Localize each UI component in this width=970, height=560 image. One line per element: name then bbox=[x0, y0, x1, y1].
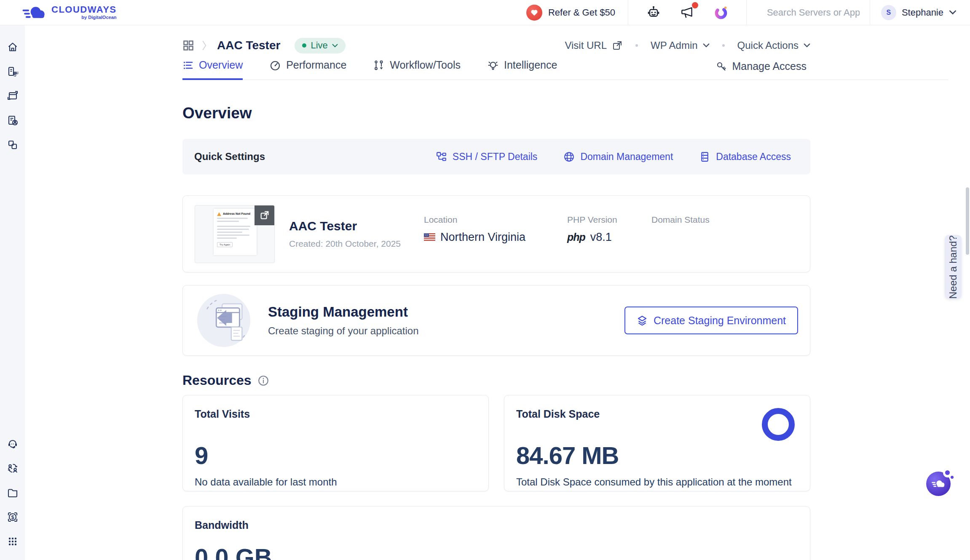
open-app-button[interactable] bbox=[255, 205, 274, 225]
main-content: AAC Tester Live Visit URL WP Admin bbox=[182, 25, 948, 560]
skeleton-line bbox=[217, 218, 248, 219]
create-staging-button[interactable]: Create Staging Environment bbox=[624, 307, 798, 334]
quick-actions-label: Quick Actions bbox=[737, 40, 799, 51]
skeleton-line bbox=[217, 229, 249, 230]
database-access-link[interactable]: Database Access bbox=[699, 151, 791, 163]
app-name: AAC Tester bbox=[217, 39, 280, 52]
tab-bar: Overview Performance Workflow/Tools Inte… bbox=[182, 59, 948, 80]
quick-settings-links: SSH / SFTP Details Domain Management Dat… bbox=[436, 151, 791, 163]
cloudways-dashboard: CLOUDWAYS by DigitalOcean Refer & Get $5… bbox=[0, 0, 970, 560]
announcements-icon[interactable] bbox=[680, 5, 695, 20]
info-icon[interactable] bbox=[257, 375, 269, 387]
domain-status-label: Domain Status bbox=[651, 215, 798, 225]
dot-separator bbox=[722, 44, 725, 47]
total-visits-caption: No data available for last month bbox=[195, 476, 477, 488]
top-bar-right: Refer & Get $50 bbox=[514, 0, 970, 25]
app-created-date: Created: 20th October, 2025 bbox=[289, 239, 424, 249]
need-a-hand-label: Need a hand? bbox=[947, 235, 959, 299]
app-card-name: AAC Tester bbox=[289, 219, 424, 233]
quick-settings-label: Quick Settings bbox=[194, 151, 265, 163]
scrollbar-thumb[interactable] bbox=[966, 187, 969, 255]
cloudways-cloud-icon bbox=[931, 478, 946, 489]
ssh-sftp-details-label: SSH / SFTP Details bbox=[453, 151, 538, 163]
sidebar-billing-icon[interactable]: $ bbox=[7, 511, 19, 523]
domain-management-link[interactable]: Domain Management bbox=[563, 151, 673, 163]
tab-overview[interactable]: Overview bbox=[182, 59, 243, 80]
apps-grid-icon[interactable] bbox=[182, 40, 194, 51]
bot-assistant-icon[interactable] bbox=[646, 5, 661, 20]
ssh-sftp-details-link[interactable]: SSH / SFTP Details bbox=[436, 151, 538, 163]
ssh-terminal-icon bbox=[436, 151, 447, 163]
sidebar-applications-icon[interactable] bbox=[7, 90, 19, 102]
search-bar[interactable] bbox=[747, 7, 870, 19]
heart-icon bbox=[526, 5, 542, 21]
chevron-down-icon bbox=[949, 10, 957, 15]
quick-actions-dropdown[interactable]: Quick Actions bbox=[737, 40, 810, 51]
chat-widget-button[interactable] bbox=[926, 468, 957, 499]
domain-management-label: Domain Management bbox=[580, 151, 673, 163]
chevron-down-icon bbox=[804, 43, 810, 48]
skeleton-line bbox=[217, 237, 237, 239]
ai-copilot-icon[interactable] bbox=[713, 5, 729, 20]
sidebar-home-icon[interactable] bbox=[7, 41, 19, 53]
thumbnail-error-page: Address Not Found Try Again bbox=[214, 209, 257, 255]
tab-intelligence-label: Intelligence bbox=[504, 59, 557, 71]
list-icon bbox=[182, 60, 193, 71]
tab-performance[interactable]: Performance bbox=[270, 59, 346, 80]
database-icon bbox=[699, 151, 710, 163]
brand-name: CLOUDWAYS bbox=[51, 5, 116, 14]
warning-icon bbox=[217, 212, 221, 216]
cloudways-cloud-icon bbox=[21, 3, 47, 22]
disk-usage-donut bbox=[762, 408, 795, 441]
sidebar-projects-folder-icon[interactable] bbox=[7, 487, 19, 499]
search-input[interactable] bbox=[767, 7, 860, 18]
location-column: Location Northern Virginia bbox=[424, 215, 567, 253]
total-disk-space-caption: Total Disk Space consumed by this applic… bbox=[516, 476, 798, 488]
avatar: S bbox=[881, 5, 896, 20]
header-icons bbox=[628, 5, 746, 20]
live-status-dot bbox=[302, 43, 306, 48]
lightbulb-icon bbox=[488, 60, 498, 71]
skeleton-line bbox=[217, 226, 250, 227]
thumbnail-title: Address Not Found bbox=[223, 212, 250, 216]
bandwidth-card: Bandwidth 0.0 GB bbox=[182, 506, 810, 560]
php-logo: php bbox=[567, 231, 585, 243]
need-a-hand-tab[interactable]: Need a hand? bbox=[945, 235, 962, 299]
key-icon bbox=[716, 61, 727, 72]
sidebar-support-icon[interactable] bbox=[7, 438, 19, 450]
live-status-label: Live bbox=[311, 40, 327, 51]
skeleton-line bbox=[217, 235, 249, 236]
tab-intelligence[interactable]: Intelligence bbox=[488, 59, 557, 80]
sidebar-referral-icon[interactable] bbox=[7, 462, 19, 474]
chevron-right-icon bbox=[202, 40, 207, 51]
refer-button[interactable]: Refer & Get $50 bbox=[526, 5, 615, 21]
chat-widget-dot bbox=[946, 479, 948, 480]
php-version-column: PHP Version php v8.1 bbox=[567, 215, 651, 253]
cloudways-logo[interactable]: CLOUDWAYS by DigitalOcean bbox=[21, 3, 116, 22]
tab-workflow-tools-label: Workflow/Tools bbox=[390, 59, 461, 71]
app-thumbnail[interactable]: Address Not Found Try Again bbox=[195, 205, 275, 263]
sidebar-integrations-icon[interactable] bbox=[7, 139, 19, 151]
top-bar: CLOUDWAYS by DigitalOcean Refer & Get $5… bbox=[0, 0, 970, 25]
staging-title: Staging Management bbox=[268, 304, 419, 320]
total-visits-title: Total Visits bbox=[195, 408, 477, 420]
sidebar-managed-services-icon[interactable] bbox=[7, 115, 19, 126]
user-menu[interactable]: S Stephanie bbox=[870, 5, 970, 20]
visit-url-link[interactable]: Visit URL bbox=[565, 40, 623, 51]
chat-widget-dot bbox=[945, 470, 950, 475]
left-sidebar: $ bbox=[0, 25, 25, 560]
us-flag-icon bbox=[424, 233, 435, 241]
staging-management-card: Staging Management Create staging of you… bbox=[182, 285, 810, 356]
app-status-dropdown[interactable]: Live bbox=[295, 38, 345, 53]
resources-row: Total Visits 9 No data available for las… bbox=[182, 395, 810, 491]
manage-access-button[interactable]: Manage Access bbox=[716, 60, 807, 80]
svg-text:$: $ bbox=[11, 515, 14, 520]
wp-admin-dropdown[interactable]: WP Admin bbox=[651, 40, 710, 51]
sidebar-apps-grid-icon[interactable] bbox=[7, 536, 19, 547]
skeleton-line bbox=[217, 221, 239, 222]
location-value: Northern Virginia bbox=[440, 231, 525, 244]
tab-performance-label: Performance bbox=[286, 59, 346, 71]
tab-workflow-tools[interactable]: Workflow/Tools bbox=[373, 59, 461, 80]
sidebar-servers-icon[interactable] bbox=[7, 66, 19, 77]
page-title: Overview bbox=[182, 104, 948, 122]
